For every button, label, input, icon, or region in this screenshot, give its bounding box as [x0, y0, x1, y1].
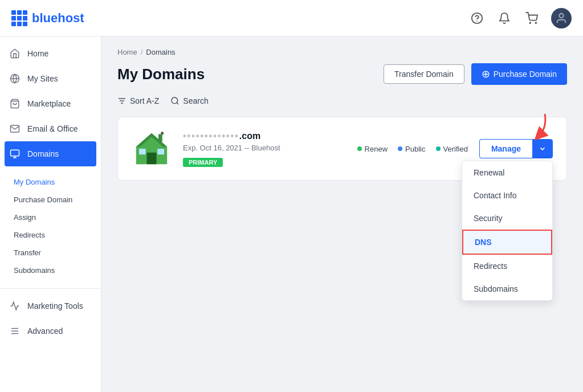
sidebar-subitem-redirects[interactable]: Redirects — [0, 226, 101, 244]
dropdown-item-redirects[interactable]: Redirects — [462, 255, 552, 277]
sidebar-item-my-sites[interactable]: My Sites — [0, 66, 101, 91]
dropdown-item-security[interactable]: Security — [462, 207, 552, 230]
logo-grid-icon — [11, 10, 27, 26]
sidebar-item-label: Home — [27, 49, 48, 58]
page-actions: Transfer Domain ⊕ Purchase Domain — [384, 63, 567, 85]
bag-icon — [9, 98, 21, 109]
svg-point-4 — [559, 13, 563, 17]
logo-text: bluehost — [32, 11, 84, 26]
purchase-domain-button[interactable]: ⊕ Purchase Domain — [471, 63, 567, 85]
search-button[interactable]: Search — [170, 96, 208, 105]
toolbar: Sort A-Z Search — [117, 96, 567, 105]
sidebar-item-email-office[interactable]: Email & Office — [0, 116, 101, 141]
dropdown-item-subdomains[interactable]: Subdomains — [462, 277, 552, 300]
sidebar-subitem-my-domains[interactable]: My Domains — [0, 173, 101, 191]
status-renew: Renew — [357, 145, 388, 153]
house-icon — [132, 129, 171, 168]
sort-icon — [117, 96, 127, 105]
domain-status: Renew Public Verified — [357, 145, 468, 153]
sidebar-item-advanced[interactable]: Advanced — [0, 318, 101, 344]
sidebar-subitem-purchase-domain[interactable]: Purchase Domain — [0, 191, 101, 209]
svg-rect-24 — [158, 134, 162, 142]
sidebar-item-home[interactable]: Home — [0, 41, 101, 66]
cart-icon[interactable] — [524, 10, 540, 26]
red-arrow-annotation — [529, 112, 549, 144]
avatar[interactable] — [551, 8, 572, 28]
sidebar-item-label: Domains — [27, 149, 59, 158]
wordpress-icon — [9, 73, 21, 84]
sidebar-subitem-subdomains[interactable]: Subdomains — [0, 262, 101, 279]
dropdown-item-contact-info[interactable]: Contact Info — [462, 184, 552, 207]
chevron-down-icon — [539, 145, 547, 153]
domain-info: •••••••••••••.com Exp. Oct 16, 2021 -- B… — [183, 131, 346, 167]
domain-primary-badge: Primary — [183, 158, 223, 167]
sidebar-item-label: My Sites — [27, 74, 58, 83]
sidebar-item-label: Marketplace — [27, 99, 71, 108]
page-title: My Domains — [117, 66, 205, 83]
domains-icon — [9, 148, 21, 160]
logo-container: bluehost — [11, 10, 469, 26]
header: bluehost — [0, 0, 583, 36]
sidebar: Home My Sites Marketplace Email & Office — [0, 36, 101, 392]
main-content: Home / Domains My Domains Transfer Domai… — [101, 36, 583, 392]
home-icon — [9, 48, 21, 59]
svg-point-25 — [161, 132, 164, 134]
sidebar-subnav: My Domains Purchase Domain Assign Redire… — [0, 171, 101, 284]
status-verified: Verified — [436, 145, 468, 153]
breadcrumb: Home / Domains — [117, 48, 567, 56]
sidebar-item-domains[interactable]: Domains — [5, 141, 96, 166]
help-icon[interactable] — [469, 10, 485, 26]
sidebar-item-label: Advanced — [27, 326, 63, 336]
svg-point-3 — [535, 22, 536, 23]
advanced-icon — [9, 325, 21, 337]
domain-card: •••••••••••••.com Exp. Oct 16, 2021 -- B… — [117, 117, 567, 181]
domain-name: •••••••••••••.com — [183, 131, 346, 141]
plus-icon: ⊕ — [482, 68, 490, 80]
svg-rect-22 — [139, 149, 146, 154]
transfer-domain-button[interactable]: Transfer Domain — [384, 64, 464, 84]
dropdown-item-dns[interactable]: DNS — [462, 230, 552, 255]
search-icon — [170, 96, 180, 105]
breadcrumb-separator: / — [141, 48, 143, 56]
main-inner: Home / Domains My Domains Transfer Domai… — [101, 36, 583, 192]
dropdown-item-renewal[interactable]: Renewal — [462, 161, 552, 184]
layout: Home My Sites Marketplace Email & Office — [0, 36, 583, 392]
manage-dropdown-menu: Renewal Contact Info Security DNS Redire… — [462, 161, 553, 301]
sidebar-divider — [0, 288, 101, 289]
svg-rect-21 — [147, 153, 157, 164]
public-label: Public — [405, 145, 425, 153]
sidebar-nav: Home My Sites Marketplace Email & Office — [0, 36, 101, 171]
domain-expiry: Exp. Oct 16, 2021 -- Bluehost — [183, 144, 346, 152]
page-header: My Domains Transfer Domain ⊕ Purchase Do… — [117, 63, 567, 85]
svg-line-17 — [177, 103, 178, 104]
svg-rect-23 — [157, 149, 164, 154]
sidebar-subitem-assign[interactable]: Assign — [0, 209, 101, 226]
sort-button[interactable]: Sort A-Z — [117, 96, 159, 105]
domain-logo — [132, 129, 172, 169]
bell-icon[interactable] — [496, 10, 512, 26]
header-actions — [469, 8, 572, 28]
avatar-image — [551, 8, 572, 28]
sidebar-subitem-transfer[interactable]: Transfer — [0, 244, 101, 262]
sidebar-item-label: Email & Office — [27, 124, 78, 133]
envelope-icon — [9, 123, 21, 134]
renew-label: Renew — [365, 145, 388, 153]
status-public: Public — [398, 145, 425, 153]
breadcrumb-home[interactable]: Home — [117, 48, 137, 56]
manage-button[interactable]: Manage — [479, 139, 532, 158]
public-dot — [398, 146, 402, 151]
verified-label: Verified — [443, 145, 468, 153]
verified-dot — [436, 146, 441, 151]
sidebar-item-marketplace[interactable]: Marketplace — [0, 91, 101, 116]
svg-rect-7 — [11, 150, 19, 156]
svg-point-16 — [172, 97, 178, 104]
sidebar-item-label: Marketing Tools — [27, 301, 83, 311]
renew-dot — [357, 146, 362, 151]
marketing-icon — [9, 300, 21, 312]
breadcrumb-current: Domains — [146, 48, 175, 56]
sidebar-item-marketing-tools[interactable]: Marketing Tools — [0, 293, 101, 318]
svg-point-2 — [529, 22, 531, 23]
